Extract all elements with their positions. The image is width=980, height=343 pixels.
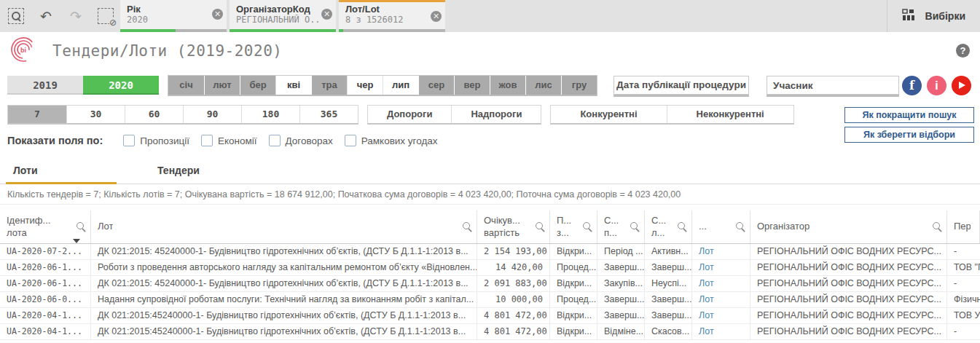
month-filter-button[interactable]: жов: [490, 76, 525, 95]
cell-organizer: РЕГІОНАЛЬНИЙ ОФІС ВОДНИХ РЕСУРС...: [750, 260, 947, 275]
cell-tender-status: Заверш...: [597, 260, 645, 275]
checkbox-label: Економії: [218, 135, 257, 146]
checkbox-box[interactable]: [201, 135, 213, 146]
cell-expected-value: 10 000,00: [477, 292, 550, 307]
table-row[interactable]: UA-2020-06-0... Надання супровідної робо…: [0, 292, 980, 308]
checkbox-box[interactable]: [269, 135, 281, 146]
table-row[interactable]: UA-2020-04-1... ДК 021:2015:45240000-1- …: [0, 308, 980, 324]
competitive-filter-button[interactable]: Неконкурентні: [667, 106, 793, 123]
column-search-icon[interactable]: [678, 222, 687, 232]
tab-lots[interactable]: Лоти: [6, 165, 117, 184]
show-fields-label: Показати поля по:: [7, 135, 103, 146]
cell-lot-link[interactable]: Лот: [692, 244, 750, 259]
cell-lot-link[interactable]: Лот: [692, 308, 750, 323]
table-column-header[interactable]: П... з...: [550, 210, 597, 243]
checkbox-box[interactable]: [345, 135, 356, 146]
table-row[interactable]: UA-2020-06-1... Роботи з проведення авто…: [0, 260, 980, 276]
month-filter-button[interactable]: січ: [168, 76, 204, 95]
cell-lot-link[interactable]: Лот: [692, 260, 750, 275]
month-filter-button[interactable]: кві: [275, 76, 311, 95]
days-filter-button[interactable]: 7: [8, 106, 66, 123]
cell-lot-description: ДК 021:2015:45240000-1- Будівництво гідр…: [91, 324, 477, 339]
table-row[interactable]: UA-2020-04-1... ДК 021:2015:45240000-1- …: [0, 324, 980, 340]
instagram-icon[interactable]: i: [927, 76, 946, 95]
column-search-icon[interactable]: [933, 222, 942, 232]
table-row[interactable]: UA-2020-06-1... ДК 021:2015: 45240000-1-…: [0, 276, 980, 292]
page-title: Тендери/Лоти (2019-2020): [52, 42, 282, 60]
selections-tool-button[interactable]: Вибірки: [887, 0, 980, 32]
month-filter-button[interactable]: лис: [525, 76, 561, 95]
month-filter-button[interactable]: тра: [311, 76, 347, 95]
year-filter-button[interactable]: 2020: [83, 76, 159, 95]
column-search-icon[interactable]: [736, 222, 745, 232]
undo-icon[interactable]: ↶: [37, 7, 55, 25]
clear-selections-icon[interactable]: ⊘: [97, 7, 114, 25]
days-filter-button[interactable]: 60: [125, 106, 183, 123]
cell-lot-id: UA-2020-06-1...: [0, 276, 91, 291]
selection-chip[interactable]: Рік 2020 ✕: [120, 0, 227, 32]
table-body: UA-2020-07-2... ДК 021:2015: 45240000-1-…: [0, 244, 980, 340]
youtube-icon[interactable]: [952, 76, 971, 95]
help-icon[interactable]: ?: [956, 44, 970, 58]
show-fields-checkbox[interactable]: Рамкових угодах: [345, 135, 438, 146]
table-column-header[interactable]: Перем...: [947, 210, 980, 243]
column-search-icon[interactable]: [583, 222, 592, 232]
threshold-filter-button[interactable]: Надпороги: [451, 106, 541, 123]
column-search-icon[interactable]: [463, 222, 472, 232]
column-search-icon[interactable]: [630, 222, 640, 232]
days-filter-button[interactable]: 365: [299, 106, 358, 123]
table-column-header[interactable]: Ідентиф... лота: [0, 210, 91, 243]
show-fields-checkbox[interactable]: Економії: [201, 135, 257, 146]
cell-lot-link[interactable]: Лот: [692, 324, 750, 339]
table-column-header[interactable]: С... п...: [597, 210, 645, 243]
chip-clear-icon[interactable]: ✕: [431, 11, 442, 22]
selection-chip[interactable]: ОрганізаторКод РЕГІОНАЛЬНИЙ О... ✕: [230, 0, 336, 32]
table-column-header[interactable]: Лот: [91, 210, 477, 243]
table-column-header[interactable]: Організатор: [750, 210, 947, 243]
table-column-header[interactable]: С... л...: [645, 210, 692, 243]
competitive-filter-button[interactable]: Конкурентні: [551, 106, 666, 123]
month-filter-button[interactable]: вер: [454, 76, 490, 95]
save-selections-button[interactable]: Як зберегти відбори: [844, 127, 974, 143]
checkbox-box[interactable]: [123, 135, 135, 146]
table-column-header[interactable]: ...: [692, 210, 750, 243]
table-row[interactable]: UA-2020-07-2... ДК 021:2015: 45240000-1-…: [0, 244, 980, 260]
month-filter-button[interactable]: лип: [383, 76, 418, 95]
title-bar: bi Тендери/Лоти (2019-2020) ?: [0, 32, 980, 69]
selection-chip[interactable]: Лот/Lot 8 з 1526012 ✕: [339, 0, 445, 32]
month-filter-button[interactable]: гру: [561, 76, 597, 95]
selections-grid-icon: [902, 9, 917, 24]
days-filter-button[interactable]: 30: [66, 106, 125, 123]
year-filter-button[interactable]: 2019: [7, 76, 83, 95]
column-search-icon[interactable]: [536, 222, 545, 232]
month-filter-button[interactable]: чер: [347, 76, 383, 95]
participant-search-input[interactable]: [767, 76, 899, 95]
cell-procedure-type: Відкри...: [550, 276, 597, 291]
cell-expected-value: 4 801 472,00: [477, 324, 550, 339]
show-fields-checkbox[interactable]: Договорах: [269, 135, 333, 146]
facebook-icon[interactable]: f: [902, 76, 922, 95]
cell-lot-link[interactable]: Лот: [692, 292, 750, 307]
month-filter-button[interactable]: лют: [204, 76, 240, 95]
month-filter-button[interactable]: сер: [418, 76, 454, 95]
checkbox-label: Рамкових угодах: [361, 135, 438, 146]
smart-search-icon[interactable]: [7, 7, 25, 25]
chip-clear-icon[interactable]: ✕: [212, 9, 223, 20]
cell-expected-value: 2 091 883,00: [477, 276, 550, 291]
publication-date-button[interactable]: Дата публікації процедури: [614, 76, 749, 95]
tab-tenders[interactable]: Тендери: [150, 165, 207, 184]
table-column-header[interactable]: Очікув... вартість: [477, 210, 550, 243]
chip-field-name: Рік: [127, 4, 211, 15]
show-fields-checkbox[interactable]: Пропозиції: [123, 135, 189, 146]
month-filter-button[interactable]: бер: [240, 76, 275, 95]
improve-search-button[interactable]: Як покращити пошук: [844, 107, 974, 123]
chip-clear-icon[interactable]: ✕: [321, 9, 332, 20]
days-filter-button[interactable]: 180: [241, 106, 299, 123]
cell-organizer: РЕГІОНАЛЬНИЙ ОФІС ВОДНИХ РЕСУРС...: [750, 324, 947, 339]
days-filter-button[interactable]: 90: [183, 106, 241, 123]
cell-lot-description: ДК 021:2015: 45240000-1- Будівництво гід…: [91, 244, 477, 259]
threshold-filter-button[interactable]: Допороги: [368, 106, 451, 123]
cell-procedure-type: Процед...: [550, 292, 597, 307]
column-search-icon[interactable]: [77, 222, 86, 232]
cell-lot-link[interactable]: Лот: [692, 276, 750, 291]
